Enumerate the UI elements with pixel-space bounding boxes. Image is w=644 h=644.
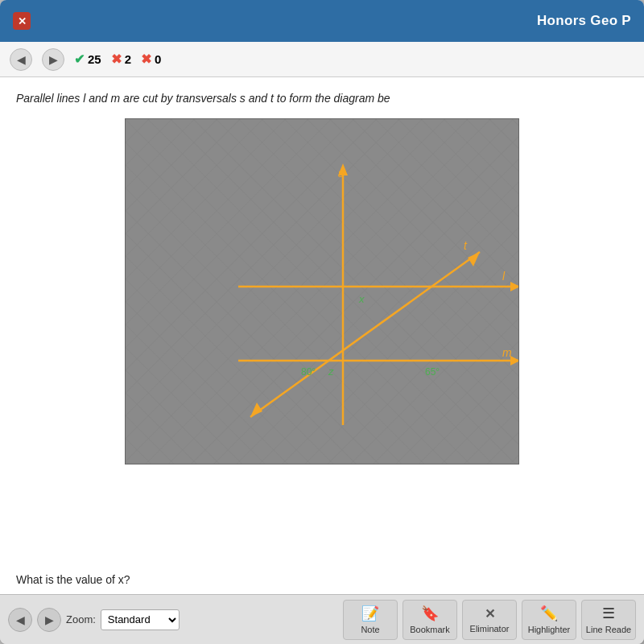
- sub-question: What is the value of x?: [16, 573, 130, 586]
- content-area: Parallel lines l and m are cut by transv…: [0, 77, 644, 594]
- back-button[interactable]: ◀: [10, 48, 32, 71]
- bookmark-tool[interactable]: 🔖 Bookmark: [402, 600, 457, 640]
- svg-text:s: s: [338, 167, 344, 180]
- correct-score: ✔ 25: [74, 52, 101, 67]
- bookmark-icon: 🔖: [421, 605, 439, 622]
- forward-button[interactable]: ▶: [42, 48, 64, 71]
- main-window: ✕ Honors Geo P ◀ ▶ ✔ 25 ✖ 2 ✖ 0 Parallel…: [0, 0, 644, 644]
- svg-text:m: m: [502, 346, 512, 359]
- svg-text:z: z: [328, 365, 334, 378]
- eliminator-tool[interactable]: ✕ Eliminator: [462, 600, 517, 640]
- incorrect-score: ✖ 2: [111, 52, 131, 67]
- incorrect-count: 2: [125, 52, 131, 66]
- diagram-svg: l m s: [126, 119, 519, 464]
- bottom-forward-button[interactable]: ▶: [37, 608, 61, 632]
- svg-text:80°: 80°: [301, 366, 316, 378]
- note-tool[interactable]: 📝 Note: [343, 600, 398, 640]
- skipped-score: ✖ 0: [141, 52, 161, 67]
- highlighter-icon: ✏️: [540, 605, 558, 622]
- highlighter-tool[interactable]: ✏️ Highlighter: [522, 600, 576, 640]
- diagram-container: l m s: [16, 118, 628, 564]
- note-label: Note: [361, 625, 379, 634]
- bookmark-label: Bookmark: [410, 625, 450, 634]
- line-reader-label: Line Reade: [586, 625, 631, 634]
- bottom-back-button[interactable]: ◀: [8, 608, 32, 632]
- close-button[interactable]: ✕: [13, 12, 31, 30]
- skipped-count: 0: [155, 52, 161, 66]
- zoom-section: Zoom: Standard Large Extra Large: [66, 609, 180, 630]
- svg-text:x: x: [358, 293, 365, 305]
- x-icon-incorrect: ✖: [111, 52, 122, 67]
- eliminator-label: Eliminator: [470, 624, 510, 634]
- zoom-select[interactable]: Standard Large Extra Large: [101, 609, 180, 630]
- toolbar: ◀ ▶ ✔ 25 ✖ 2 ✖ 0: [0, 42, 644, 77]
- note-icon: 📝: [361, 605, 379, 622]
- title-bar: ✕ Honors Geo P: [0, 0, 644, 42]
- line-reader-icon: ☰: [602, 605, 615, 622]
- diagram-image: l m s: [125, 118, 519, 464]
- eliminator-icon: ✕: [485, 606, 495, 621]
- check-icon: ✔: [74, 52, 85, 67]
- svg-rect-3: [126, 119, 519, 464]
- correct-count: 25: [88, 52, 101, 66]
- bottom-toolbar: ◀ ▶ Zoom: Standard Large Extra Large 📝 N…: [0, 594, 644, 644]
- line-reader-tool[interactable]: ☰ Line Reade: [581, 600, 636, 640]
- question-text: Parallel lines l and m are cut by transv…: [16, 90, 628, 107]
- svg-text:65°: 65°: [425, 366, 440, 378]
- app-title: Honors Geo P: [537, 13, 631, 29]
- highlighter-label: Highlighter: [528, 625, 571, 634]
- zoom-label: Zoom:: [66, 613, 96, 625]
- x-icon-skipped: ✖: [141, 52, 151, 67]
